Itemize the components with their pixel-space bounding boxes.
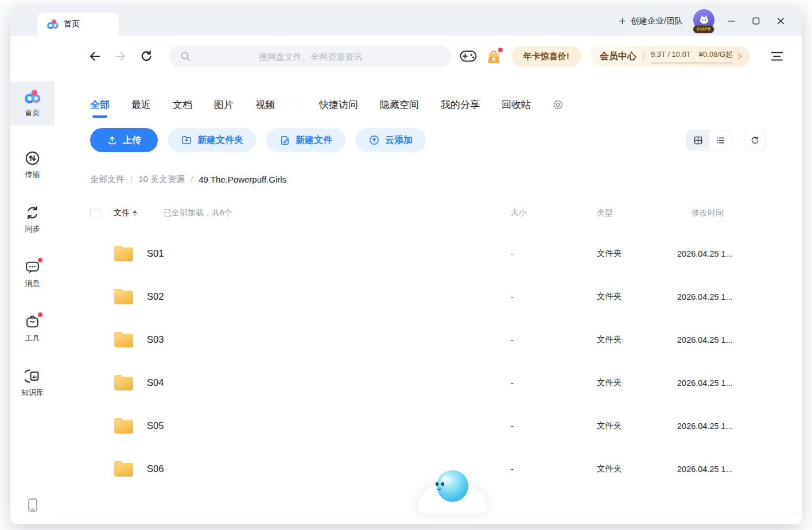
cloud-add-icon — [368, 134, 380, 146]
file-type: 文件夹 — [597, 463, 622, 474]
loaded-status-text: 已全部加载，共6个 — [164, 208, 232, 218]
nav-tab[interactable]: 回收站 — [502, 98, 531, 111]
assistant-mascot[interactable] — [418, 470, 487, 514]
toolbox-icon — [25, 314, 41, 330]
breadcrumb-item[interactable]: 全部文件 — [90, 174, 125, 185]
sidebar-item-tools[interactable]: 工具 — [10, 310, 55, 347]
nav-tab[interactable]: 图片 — [214, 98, 234, 111]
close-button[interactable] — [772, 12, 789, 29]
sidebar-item-home[interactable]: 首页 — [10, 82, 55, 126]
sidebar-label: 知识库 — [21, 388, 44, 398]
nav-tab-label: 回收站 — [502, 99, 531, 110]
minimize-button[interactable] — [722, 12, 740, 29]
create-team-button[interactable]: 创建企业/团队 — [618, 16, 683, 26]
nav-tab-label: 隐藏空间 — [380, 99, 419, 110]
gift-notification-dot — [498, 48, 503, 52]
annual-card-promo-button[interactable]: 年卡惊喜价! — [511, 46, 581, 67]
cloud-add-button[interactable]: 云添加 — [355, 128, 426, 152]
new-folder-button[interactable]: 新建文件夹 — [168, 128, 257, 152]
file-column-label: 文件 — [114, 208, 130, 218]
nav-tab-label: 全部 — [90, 99, 110, 110]
folder-icon — [114, 418, 133, 434]
file-row[interactable]: S01 - 文件夹 2026.04.25 1... — [55, 232, 802, 275]
back-button[interactable] — [88, 49, 102, 63]
promo-label: 年卡惊喜价! — [523, 51, 569, 62]
home-window-tab[interactable]: 首页 — [37, 13, 119, 36]
refresh-list-button[interactable] — [744, 130, 766, 150]
file-type: 文件夹 — [597, 334, 622, 345]
nav-tab[interactable]: 我的分享 — [441, 98, 480, 111]
tabs-divider — [297, 99, 297, 110]
sync-icon — [25, 204, 41, 220]
transfer-icon — [25, 150, 41, 166]
file-row[interactable]: S04 - 文件夹 2026.04.25 1... — [55, 361, 802, 404]
nav-tab[interactable]: 隐藏空间 — [380, 98, 419, 111]
plus-icon — [618, 17, 627, 25]
view-mode-toggle — [686, 130, 732, 150]
sidebar-item-messages[interactable]: 消息 — [10, 256, 55, 292]
app-window: 首页 创建企业/团队 SVIP5 — [10, 6, 802, 524]
messages-notification-dot — [38, 258, 42, 262]
new-file-label: 新建文件 — [296, 134, 332, 146]
sidebar-item-sync[interactable]: 同步 — [10, 201, 55, 238]
user-avatar[interactable]: SVIP5 — [692, 8, 715, 33]
nav-tab[interactable]: 视频 — [255, 98, 275, 111]
active-tab-underline — [92, 115, 107, 118]
file-name: S03 — [147, 334, 164, 345]
file-name: S05 — [147, 420, 164, 431]
sidebar: 首页 传输 — [10, 36, 55, 524]
file-name: S06 — [147, 463, 164, 474]
file-type: 文件夹 — [597, 377, 622, 388]
nav-tab-label: 快捷访问 — [319, 99, 358, 110]
sidebar-label: 首页 — [25, 108, 40, 118]
tabs-settings-icon[interactable] — [553, 99, 564, 110]
grid-view-button[interactable] — [687, 130, 709, 150]
sidebar-item-knowledge-base[interactable]: AI 知识库 — [10, 365, 55, 401]
forward-button[interactable] — [114, 49, 127, 63]
nav-tab[interactable]: 文档 — [173, 98, 192, 111]
file-row[interactable]: S05 - 文件夹 2026.04.25 1... — [55, 404, 802, 447]
file-modified-time: 2026.04.25 1... — [677, 292, 733, 301]
main-menu-icon[interactable] — [768, 48, 786, 65]
breadcrumb-item[interactable]: 10 英文资源 — [138, 174, 185, 185]
file-modified-time: 2026.04.25 1... — [677, 465, 733, 474]
message-bubble-icon — [25, 259, 41, 275]
nav-tab[interactable]: 全部 — [90, 98, 110, 111]
file-row[interactable]: S02 - 文件夹 2026.04.25 1... — [55, 275, 802, 318]
nav-tab[interactable]: 最近 — [131, 98, 151, 111]
sidebar-label: 同步 — [25, 224, 40, 234]
maximize-button[interactable] — [747, 12, 764, 29]
file-size: - — [511, 292, 514, 301]
mascot-eye — [436, 482, 438, 486]
folder-icon — [114, 289, 133, 304]
sidebar-label: 传输 — [25, 169, 40, 180]
upload-button[interactable]: 上传 — [90, 128, 158, 152]
netdisk-logo-icon — [47, 18, 59, 30]
games-icon[interactable] — [460, 48, 477, 65]
file-size: - — [511, 335, 514, 345]
storage-usage-text: 9.3T / 10.0T — [651, 50, 691, 59]
window-tab-title: 首页 — [64, 19, 80, 29]
sidebar-item-transfer[interactable]: 传输 — [10, 146, 55, 183]
new-folder-label: 新建文件夹 — [197, 134, 243, 146]
refresh-page-button[interactable] — [139, 49, 153, 63]
gift-bag-icon[interactable] — [485, 48, 502, 65]
new-file-button[interactable]: 新建文件 — [266, 128, 345, 152]
nav-tab-label: 图片 — [214, 99, 234, 110]
member-center-button[interactable]: 会员中心 9.3T / 10.0T ¥0.08/G起 — [590, 46, 750, 67]
select-all-checkbox[interactable] — [90, 208, 100, 218]
file-column-sort[interactable]: 文件 — [114, 208, 137, 218]
search-box[interactable] — [169, 45, 452, 67]
upload-label: 上传 — [123, 134, 141, 146]
mascot-bubble — [437, 470, 468, 502]
file-row[interactable]: S03 - 文件夹 2026.04.25 1... — [55, 318, 802, 361]
breadcrumb-separator: / — [191, 175, 193, 184]
folder-icon — [114, 461, 133, 477]
file-name: S02 — [147, 291, 164, 302]
nav-tab-label: 我的分享 — [441, 99, 480, 110]
tools-notification-dot — [38, 312, 42, 317]
list-view-button[interactable] — [709, 130, 732, 150]
nav-tab[interactable]: 快捷访问 — [319, 98, 358, 111]
search-input[interactable] — [169, 45, 452, 67]
mobile-phone-icon[interactable] — [26, 498, 39, 513]
